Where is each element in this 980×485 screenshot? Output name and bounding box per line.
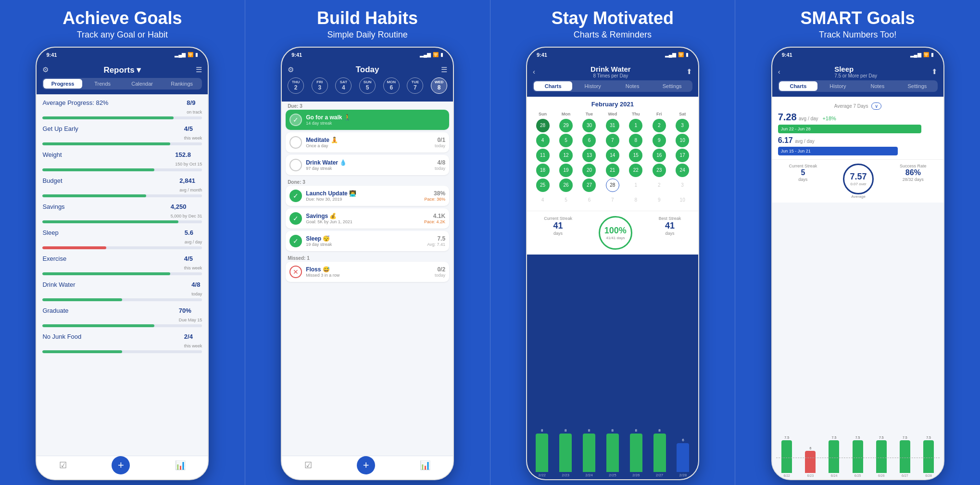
- tab-history-4[interactable]: History: [818, 81, 857, 91]
- check-floss[interactable]: ✕: [289, 266, 302, 278]
- cal-10[interactable]: 10: [676, 134, 689, 147]
- cal-28-today[interactable]: 28: [606, 179, 619, 192]
- habit-meditate[interactable]: Meditate 🧘 Once a day 0/1 today: [286, 132, 449, 153]
- val-avg: 8/9: [187, 99, 195, 106]
- share-icon-4[interactable]: ⬆: [931, 67, 938, 76]
- goal-met-sub: 41/41 days: [606, 236, 625, 240]
- sleep-stat-row: Average 7 Days ∨ 7.28 avg / day +18% Jun…: [772, 97, 943, 159]
- date-tue[interactable]: TUE7: [407, 77, 423, 94]
- cal-25[interactable]: 25: [536, 179, 550, 192]
- cal-22[interactable]: 22: [629, 164, 642, 177]
- check-drinkwater[interactable]: [289, 159, 302, 171]
- share-icon-3[interactable]: ⬆: [686, 67, 692, 76]
- cal-13[interactable]: 13: [582, 149, 596, 162]
- status-icons-2: ▂▄▆ 🛜 ▮: [420, 52, 443, 57]
- habit-launch[interactable]: ✓ Launch Update 👨‍💻 Due: Nov 30, 2019 38…: [286, 186, 449, 206]
- report-exercise: Exercise 4/5 this week: [42, 254, 202, 275]
- nav-checklist[interactable]: ☑: [59, 460, 67, 474]
- settings-icon[interactable]: ⚙: [42, 65, 49, 74]
- habit-savings2[interactable]: ✓ Savings 💰 Goal: 5K by Jun 1, 2021 4.1K…: [286, 208, 449, 229]
- cal-18[interactable]: 18: [536, 164, 550, 177]
- tab-history-3[interactable]: History: [573, 81, 612, 91]
- date-mon[interactable]: MON6: [383, 77, 400, 94]
- nav-add-2[interactable]: +: [357, 456, 375, 474]
- cal-5-mar: 5: [559, 193, 573, 207]
- cal-28-jan[interactable]: 28: [536, 119, 550, 132]
- avg-label: Average 7 Days: [834, 103, 868, 109]
- tab-settings-3[interactable]: Settings: [653, 81, 691, 91]
- tab-trends[interactable]: Trends: [83, 79, 122, 89]
- cal-24[interactable]: 24: [676, 164, 689, 177]
- avg-circle-label: Average: [843, 194, 874, 199]
- cal-15[interactable]: 15: [629, 149, 642, 162]
- cal-23[interactable]: 23: [653, 164, 666, 177]
- menu-icon-2[interactable]: ☰: [441, 65, 447, 74]
- habit-drinkwater-info: Drink Water 💧 97 day streak: [306, 159, 435, 171]
- cal-4[interactable]: 4: [536, 134, 550, 147]
- nav-add[interactable]: +: [112, 456, 130, 474]
- nav-charts[interactable]: 📊: [175, 460, 186, 474]
- cal-1-feb[interactable]: 1: [629, 119, 642, 132]
- nav-charts-2[interactable]: 📊: [420, 460, 430, 474]
- cal-20[interactable]: 20: [582, 164, 596, 177]
- tab-notes-3[interactable]: Notes: [613, 81, 652, 91]
- cal-19[interactable]: 19: [559, 164, 573, 177]
- back-icon-4[interactable]: ‹: [778, 67, 780, 76]
- cal-30-jan[interactable]: 30: [582, 119, 596, 132]
- settings-icon-2[interactable]: ⚙: [288, 65, 294, 74]
- habit-walk[interactable]: ✓ Go for a walk 🚶 14 day streak: [286, 110, 449, 130]
- cal-16[interactable]: 16: [653, 149, 666, 162]
- screen-4: ‹ Sleep 7.5 or More per Day ⬆ Charts His…: [772, 61, 943, 479]
- cal-3-feb[interactable]: 3: [676, 119, 689, 132]
- cal-11[interactable]: 11: [536, 149, 550, 162]
- menu-icon[interactable]: ☰: [196, 65, 202, 74]
- screen-1: ⚙ Reports ▾ ☰ Progress Trends Calendar R…: [37, 61, 208, 479]
- avg-period-btn[interactable]: ∨: [871, 102, 881, 110]
- habit-sleep2[interactable]: ✓ Sleep 😴 19 day streak 7.5 Avg: 7.41: [286, 231, 449, 251]
- cal-9[interactable]: 9: [653, 134, 666, 147]
- tab-rankings[interactable]: Rankings: [163, 79, 201, 89]
- cal-26[interactable]: 26: [559, 179, 573, 192]
- bottom-nav-1: ☑ + 📊: [37, 456, 208, 479]
- check-launch[interactable]: ✓: [289, 190, 302, 202]
- panel-smart-goals: SMART Goals Track Numbers Too! 9:41 ▂▄▆ …: [735, 0, 980, 485]
- time-2: 9:41: [291, 52, 302, 58]
- date-fri[interactable]: FRI3: [312, 77, 328, 94]
- cal-31-jan[interactable]: 31: [606, 119, 619, 132]
- check-walk[interactable]: ✓: [289, 114, 302, 126]
- check-meditate[interactable]: [289, 136, 302, 149]
- cal-14[interactable]: 14: [606, 149, 619, 162]
- sleep-success-val: 86%: [900, 168, 927, 177]
- cal-27[interactable]: 27: [582, 179, 596, 192]
- cal-21[interactable]: 21: [606, 164, 619, 177]
- cal-7[interactable]: 7: [606, 134, 619, 147]
- cal-17[interactable]: 17: [676, 149, 689, 162]
- cal-2-feb[interactable]: 2: [653, 119, 666, 132]
- date-sun[interactable]: SUN5: [359, 77, 376, 94]
- notch-4: [837, 51, 866, 59]
- date-sat[interactable]: SAT4: [335, 77, 352, 94]
- cal-8[interactable]: 8: [629, 134, 642, 147]
- tab-charts-4[interactable]: Charts: [779, 81, 818, 91]
- back-icon-3[interactable]: ‹: [533, 67, 535, 76]
- cal-12[interactable]: 12: [559, 149, 573, 162]
- battery-2: ▮: [440, 52, 443, 57]
- tab-calendar[interactable]: Calendar: [123, 79, 162, 89]
- nav-checklist-2[interactable]: ☑: [304, 460, 312, 474]
- tab-charts-3[interactable]: Charts: [534, 81, 573, 91]
- date-wed-today[interactable]: WED8: [431, 77, 447, 94]
- check-sleep2[interactable]: ✓: [289, 235, 302, 247]
- habit-floss[interactable]: ✕ Floss 😅 Missed 3 in a row 0/2 today: [286, 262, 449, 282]
- check-savings2[interactable]: ✓: [289, 212, 302, 225]
- tab-progress[interactable]: Progress: [43, 79, 82, 89]
- tab-settings-4[interactable]: Settings: [898, 81, 937, 91]
- tab-notes-4[interactable]: Notes: [858, 81, 897, 91]
- habit-savings2-sub: Goal: 5K by Jun 1, 2021: [306, 219, 424, 224]
- habit-drinkwater[interactable]: Drink Water 💧 97 day streak 4/8 today: [286, 155, 449, 175]
- cal-5[interactable]: 5: [559, 134, 573, 147]
- cal-29-jan[interactable]: 29: [559, 119, 573, 132]
- cal-6[interactable]: 6: [582, 134, 596, 147]
- date-thu[interactable]: THU2: [288, 77, 304, 94]
- cal-h-wed: Wed: [602, 111, 623, 117]
- bar-224: [583, 434, 595, 472]
